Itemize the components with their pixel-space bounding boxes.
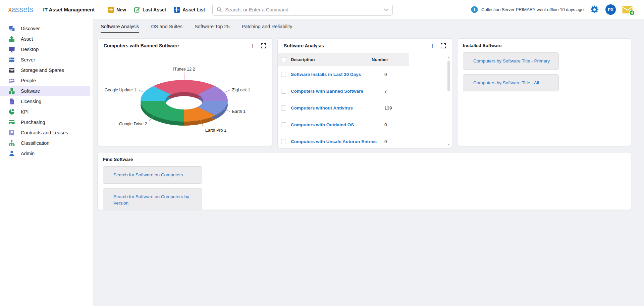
command-search[interactable] xyxy=(212,4,393,16)
tab-software-top-25[interactable]: Software Top 25 xyxy=(195,24,230,33)
tab-software-analysis[interactable]: Software Analysis xyxy=(101,24,139,33)
donut-label: iTunes 12 2 xyxy=(173,67,195,72)
donut-label: ZigLock 1 xyxy=(232,88,250,92)
devices-icon xyxy=(8,25,15,32)
sidebar-item-label: Purchasing xyxy=(21,120,45,125)
last-asset-button[interactable]: Last Asset xyxy=(134,7,166,13)
arrow-up-icon[interactable] xyxy=(431,43,434,49)
banned-software-card: Computers with Banned Software iTunes 12… xyxy=(97,38,272,146)
mail-count-badge: 4 xyxy=(629,10,635,16)
card-title: Computers with Banned Software xyxy=(104,43,179,48)
plus-icon xyxy=(108,7,114,13)
box-arrow-icon xyxy=(8,36,15,42)
tab-patching-and-reliability[interactable]: Patching and Reliability xyxy=(241,24,292,33)
sidebar-item-server[interactable]: Server xyxy=(0,54,90,65)
sidebar-item-label: Storage and Spares xyxy=(21,68,64,73)
row-checkbox[interactable] xyxy=(281,72,286,77)
chevron-down-icon[interactable] xyxy=(384,8,388,11)
donut-label: Google Update 1 xyxy=(105,88,137,92)
sidebar-item-kpi[interactable]: KPI xyxy=(0,106,90,117)
sidebar: Discover Asset Desktop Server Storage an… xyxy=(0,19,93,306)
cubes-icon xyxy=(8,88,15,94)
row-description-link[interactable]: Computers with Banned Software xyxy=(291,89,363,94)
search-software-on-computers-by-version-button[interactable]: Search for Software on Computers by Vers… xyxy=(103,188,202,210)
row-computers-with-unsafe-autorun-entries: Computers with Unsafe Autorun Entries 0 xyxy=(278,133,452,148)
row-description-link[interactable]: Software Installs in Last 30 Days xyxy=(291,72,361,77)
row-checkbox[interactable] xyxy=(281,139,286,144)
search-input[interactable] xyxy=(225,7,384,12)
gear-icon[interactable] xyxy=(590,5,599,14)
avatar[interactable]: PX xyxy=(605,4,616,15)
tab-label: Software Analysis xyxy=(101,24,139,29)
book-icon xyxy=(8,129,15,136)
scrollbar-thumb[interactable] xyxy=(447,61,450,91)
donut-label: Earth Pro 1 xyxy=(205,128,226,133)
expand-icon[interactable] xyxy=(441,43,446,48)
computers-by-software-title-primary-button[interactable]: Computers by Software Title - Primary xyxy=(463,52,559,70)
sidebar-item-label: Server xyxy=(21,57,35,62)
row-checkbox[interactable] xyxy=(281,122,286,127)
card-title: Software Analysis xyxy=(284,43,324,48)
tab-os-and-suites[interactable]: OS and Suites xyxy=(151,24,182,33)
computers-by-software-title-all-button[interactable]: Computers by Software Title - All xyxy=(463,74,559,92)
scrollbar-up-icon[interactable] xyxy=(447,53,450,59)
pie-chart-icon xyxy=(8,108,15,115)
sidebar-item-storage-and-spares[interactable]: Storage and Spares xyxy=(0,65,90,75)
sidebar-item-label: Admin xyxy=(21,151,35,156)
sidebar-item-classification[interactable]: Classification xyxy=(0,138,90,148)
top-bar: xassets IT Asset Management New Last Ass… xyxy=(0,0,644,19)
card-header: Software Analysis xyxy=(278,39,452,53)
sidebar-item-software[interactable]: Software xyxy=(0,86,90,96)
sidebar-item-people[interactable]: People xyxy=(0,75,90,86)
row-description-link[interactable]: Computers without Antivirus xyxy=(291,105,353,111)
asset-list-button[interactable]: Asset List xyxy=(174,7,205,13)
sidebar-item-label: Desktop xyxy=(21,47,39,52)
arrow-up-icon[interactable] xyxy=(251,43,255,49)
expand-icon[interactable] xyxy=(261,43,266,48)
xassets-logo: xassets xyxy=(8,5,33,14)
select-all-checkbox[interactable] xyxy=(281,57,286,62)
search-icon xyxy=(217,7,222,12)
column-header-description: Description xyxy=(291,57,315,62)
row-software-installs-last-30-days: Software Installs in Last 30 Days 0 xyxy=(278,66,452,83)
search-software-on-computers-button[interactable]: Search for Software on Computers xyxy=(103,166,202,184)
new-button[interactable]: New xyxy=(108,7,126,13)
monitor-icon xyxy=(8,46,15,53)
action-label: Last Asset xyxy=(143,7,166,12)
table-scrollbar[interactable] xyxy=(446,53,451,147)
sidebar-item-label: Classification xyxy=(21,140,49,146)
server-notification[interactable]: i Collection Server PRIMARY went offline… xyxy=(471,6,584,13)
tab-label: Patching and Reliability xyxy=(241,24,292,29)
row-computers-with-banned-software: Computers with Banned Software 7 xyxy=(278,83,452,99)
sidebar-item-asset[interactable]: Asset xyxy=(0,34,90,44)
sidebar-item-label: Software xyxy=(21,88,40,94)
info-icon: i xyxy=(471,6,478,13)
row-checkbox[interactable] xyxy=(281,105,286,111)
sidebar-item-licensing[interactable]: Licensing xyxy=(0,96,90,106)
sidebar-item-discover[interactable]: Discover xyxy=(0,23,90,34)
sidebar-item-admin[interactable]: Admin xyxy=(0,148,90,159)
installed-software-card: Installed Software Computers by Software… xyxy=(457,38,631,146)
donut-label: Earth 1 xyxy=(232,109,246,114)
edit-icon xyxy=(134,7,140,13)
sidebar-item-label: People xyxy=(21,78,36,83)
scrollbar-down-icon[interactable] xyxy=(447,141,450,147)
card-header: Computers with Banned Software xyxy=(98,39,272,53)
server-stack-icon xyxy=(8,56,15,63)
row-checkbox[interactable] xyxy=(281,89,286,94)
row-number-value: 0 xyxy=(384,72,387,77)
row-description-link[interactable]: Computers with Outdated OS xyxy=(291,122,354,127)
messages-button[interactable]: 4 xyxy=(622,6,633,13)
document-icon xyxy=(8,98,15,105)
sidebar-item-purchasing[interactable]: Purchasing xyxy=(0,117,90,127)
sidebar-item-contracts-and-leases[interactable]: Contracts and Leases xyxy=(0,127,90,138)
sidebar-item-desktop[interactable]: Desktop xyxy=(0,44,90,54)
tab-label: OS and Suites xyxy=(151,24,182,29)
people-icon xyxy=(8,77,15,84)
row-number-value: 7 xyxy=(384,89,387,94)
credit-card-icon xyxy=(8,119,15,126)
quick-actions: New Last Asset Asset List xyxy=(108,7,205,13)
row-computers-without-antivirus: Computers without Antivirus 139 xyxy=(278,99,452,116)
row-computers-with-outdated-os: Computers with Outdated OS 0 xyxy=(278,116,452,133)
row-description-link[interactable]: Computers with Unsafe Autorun Entries xyxy=(291,139,377,144)
